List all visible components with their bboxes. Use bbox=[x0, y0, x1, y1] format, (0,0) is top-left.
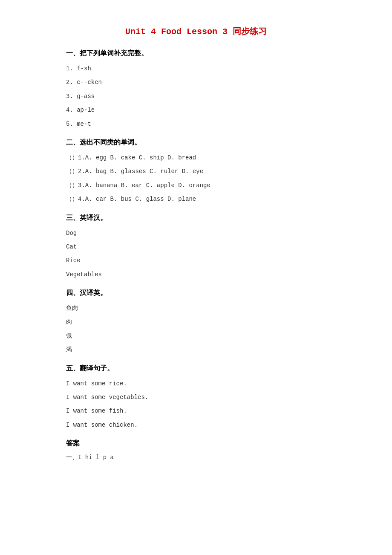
item-1-5: 5. me-t bbox=[66, 119, 326, 129]
item-1-1: 1. f-sh bbox=[66, 64, 326, 73]
section-5: 五、翻译句子。 I want some rice. I want some ve… bbox=[66, 364, 326, 430]
item-5-3: I want some fish. bbox=[66, 406, 326, 416]
item-3-1: Dog bbox=[66, 228, 326, 238]
item-2-3: （）3.A. banana B. ear C. apple D. orange bbox=[66, 181, 326, 190]
section-2-heading: 二、选出不同类的单词。 bbox=[66, 138, 326, 147]
item-2-4: （）4.A. car B. bus C. glass D. plane bbox=[66, 194, 326, 204]
section-1-heading: 一、把下列单词补充完整。 bbox=[66, 49, 326, 58]
page-title: Unit 4 Food Lesson 3 同步练习 bbox=[66, 26, 326, 37]
item-2-2: （）2.A. bag B. glasses C. ruler D. eye bbox=[66, 167, 326, 176]
item-4-4: 渴 bbox=[66, 345, 326, 354]
item-5-2: I want some vegetables. bbox=[66, 393, 326, 402]
item-1-3: 3. g-ass bbox=[66, 92, 326, 101]
answer-text: 一、I hi l p a bbox=[66, 452, 326, 463]
item-4-2: 肉 bbox=[66, 317, 326, 327]
section-4: 四、汉译英。 鱼肉 肉 饿 渴 bbox=[66, 289, 326, 355]
item-5-1: I want some rice. bbox=[66, 379, 326, 388]
section-2: 二、选出不同类的单词。 （）1.A. egg B. cake C. ship D… bbox=[66, 138, 326, 204]
item-3-3: Rice bbox=[66, 256, 326, 265]
section-4-heading: 四、汉译英。 bbox=[66, 289, 326, 298]
item-4-1: 鱼肉 bbox=[66, 304, 326, 313]
item-1-4: 4. ap-le bbox=[66, 105, 326, 115]
section-5-heading: 五、翻译句子。 bbox=[66, 364, 326, 373]
item-1-2: 2. c--cken bbox=[66, 78, 326, 87]
section-1: 一、把下列单词补充完整。 1. f-sh 2. c--cken 3. g-ass… bbox=[66, 49, 326, 129]
answer-heading: 答案 bbox=[66, 439, 326, 448]
item-4-3: 饿 bbox=[66, 331, 326, 341]
item-3-2: Cat bbox=[66, 242, 326, 251]
section-3-heading: 三、英译汉。 bbox=[66, 214, 326, 223]
item-2-1: （）1.A. egg B. cake C. ship D. bread bbox=[66, 153, 326, 162]
answer-section: 答案 一、I hi l p a bbox=[66, 439, 326, 463]
section-3: 三、英译汉。 Dog Cat Rice Vegetables bbox=[66, 214, 326, 280]
item-3-4: Vegetables bbox=[66, 270, 326, 279]
item-5-4: I want some chicken. bbox=[66, 420, 326, 430]
